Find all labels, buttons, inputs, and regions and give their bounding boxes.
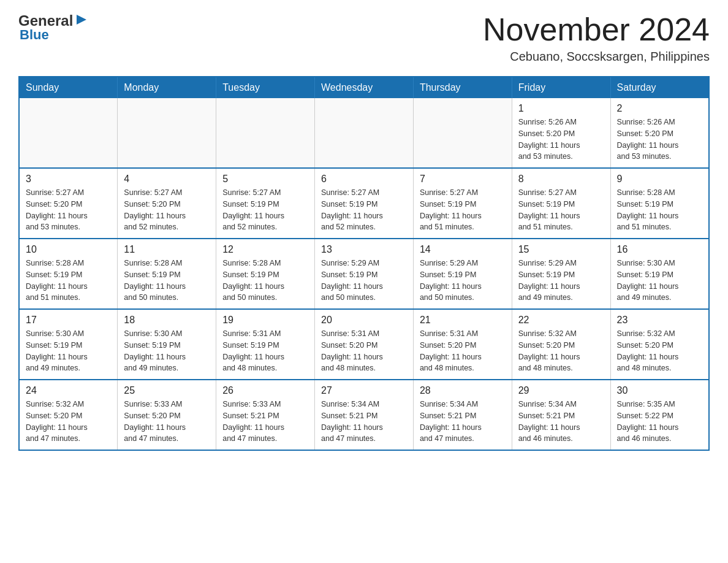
day-number: 28	[420, 385, 506, 396]
day-info: Sunrise: 5:34 AMSunset: 5:21 PMDaylight:…	[321, 399, 407, 445]
calendar-cell: 23Sunrise: 5:32 AMSunset: 5:20 PMDayligh…	[610, 309, 709, 380]
calendar-cell: 11Sunrise: 5:28 AMSunset: 5:19 PMDayligh…	[118, 239, 216, 309]
day-info: Sunrise: 5:26 AMSunset: 5:20 PMDaylight:…	[518, 117, 604, 163]
day-info: Sunrise: 5:32 AMSunset: 5:20 PMDaylight:…	[26, 399, 111, 445]
calendar-cell: 14Sunrise: 5:29 AMSunset: 5:19 PMDayligh…	[413, 239, 512, 309]
calendar-cell: 8Sunrise: 5:27 AMSunset: 5:19 PMDaylight…	[512, 168, 610, 239]
calendar-cell	[19, 98, 118, 168]
day-number: 2	[617, 103, 702, 114]
day-number: 26	[222, 385, 308, 396]
calendar-cell: 25Sunrise: 5:33 AMSunset: 5:20 PMDayligh…	[118, 380, 216, 450]
calendar-cell: 16Sunrise: 5:30 AMSunset: 5:19 PMDayligh…	[610, 239, 709, 309]
day-number: 8	[518, 174, 604, 185]
day-number: 6	[321, 174, 407, 185]
day-info: Sunrise: 5:30 AMSunset: 5:19 PMDaylight:…	[617, 258, 702, 304]
calendar-cell: 4Sunrise: 5:27 AMSunset: 5:20 PMDaylight…	[118, 168, 216, 239]
day-info: Sunrise: 5:31 AMSunset: 5:20 PMDaylight:…	[321, 328, 407, 374]
calendar-header-saturday: Saturday	[610, 77, 709, 98]
calendar-cell	[413, 98, 512, 168]
calendar-header-tuesday: Tuesday	[216, 77, 315, 98]
calendar-cell: 6Sunrise: 5:27 AMSunset: 5:19 PMDaylight…	[315, 168, 414, 239]
calendar-cell: 21Sunrise: 5:31 AMSunset: 5:20 PMDayligh…	[413, 309, 512, 380]
day-info: Sunrise: 5:27 AMSunset: 5:19 PMDaylight:…	[222, 187, 308, 233]
calendar-cell: 15Sunrise: 5:29 AMSunset: 5:19 PMDayligh…	[512, 239, 610, 309]
day-number: 10	[26, 244, 111, 255]
day-info: Sunrise: 5:27 AMSunset: 5:19 PMDaylight:…	[518, 187, 604, 233]
day-number: 19	[222, 315, 308, 326]
calendar-cell: 17Sunrise: 5:30 AMSunset: 5:19 PMDayligh…	[19, 309, 118, 380]
day-number: 3	[26, 174, 111, 185]
title-section: November 2024 Cebuano, Soccsksargen, Phi…	[483, 12, 710, 64]
day-number: 4	[124, 174, 210, 185]
calendar-week-row: 24Sunrise: 5:32 AMSunset: 5:20 PMDayligh…	[19, 380, 709, 450]
calendar-cell: 20Sunrise: 5:31 AMSunset: 5:20 PMDayligh…	[315, 309, 414, 380]
svg-marker-0	[77, 15, 86, 25]
calendar-header-row: SundayMondayTuesdayWednesdayThursdayFrid…	[19, 77, 709, 98]
day-number: 16	[617, 244, 702, 255]
month-title: November 2024	[483, 12, 710, 47]
logo: General Blue	[18, 12, 88, 43]
calendar-cell: 3Sunrise: 5:27 AMSunset: 5:20 PMDaylight…	[19, 168, 118, 239]
calendar-week-row: 10Sunrise: 5:28 AMSunset: 5:19 PMDayligh…	[19, 239, 709, 309]
day-info: Sunrise: 5:27 AMSunset: 5:19 PMDaylight:…	[321, 187, 407, 233]
calendar-header-sunday: Sunday	[19, 77, 118, 98]
day-info: Sunrise: 5:31 AMSunset: 5:20 PMDaylight:…	[420, 328, 506, 374]
day-info: Sunrise: 5:29 AMSunset: 5:19 PMDaylight:…	[518, 258, 604, 304]
day-info: Sunrise: 5:32 AMSunset: 5:20 PMDaylight:…	[617, 328, 702, 374]
day-number: 9	[617, 174, 702, 185]
calendar-cell: 7Sunrise: 5:27 AMSunset: 5:19 PMDaylight…	[413, 168, 512, 239]
day-number: 22	[518, 315, 604, 326]
calendar-cell: 27Sunrise: 5:34 AMSunset: 5:21 PMDayligh…	[315, 380, 414, 450]
calendar-cell: 9Sunrise: 5:28 AMSunset: 5:19 PMDaylight…	[610, 168, 709, 239]
day-info: Sunrise: 5:27 AMSunset: 5:20 PMDaylight:…	[26, 187, 111, 233]
calendar-table: SundayMondayTuesdayWednesdayThursdayFrid…	[18, 76, 710, 451]
day-number: 7	[420, 174, 506, 185]
day-info: Sunrise: 5:28 AMSunset: 5:19 PMDaylight:…	[124, 258, 210, 304]
calendar-cell	[315, 98, 414, 168]
day-number: 15	[518, 244, 604, 255]
day-info: Sunrise: 5:27 AMSunset: 5:20 PMDaylight:…	[124, 187, 210, 233]
day-info: Sunrise: 5:33 AMSunset: 5:20 PMDaylight:…	[124, 399, 210, 445]
calendar-cell: 29Sunrise: 5:34 AMSunset: 5:21 PMDayligh…	[512, 380, 610, 450]
day-number: 5	[222, 174, 308, 185]
day-info: Sunrise: 5:28 AMSunset: 5:19 PMDaylight:…	[222, 258, 308, 304]
calendar-cell: 1Sunrise: 5:26 AMSunset: 5:20 PMDaylight…	[512, 98, 610, 168]
calendar-cell: 19Sunrise: 5:31 AMSunset: 5:19 PMDayligh…	[216, 309, 315, 380]
calendar-cell: 2Sunrise: 5:26 AMSunset: 5:20 PMDaylight…	[610, 98, 709, 168]
calendar-week-row: 17Sunrise: 5:30 AMSunset: 5:19 PMDayligh…	[19, 309, 709, 380]
day-number: 1	[518, 103, 604, 114]
calendar-cell: 24Sunrise: 5:32 AMSunset: 5:20 PMDayligh…	[19, 380, 118, 450]
calendar-cell: 10Sunrise: 5:28 AMSunset: 5:19 PMDayligh…	[19, 239, 118, 309]
calendar-cell: 12Sunrise: 5:28 AMSunset: 5:19 PMDayligh…	[216, 239, 315, 309]
day-number: 24	[26, 385, 111, 396]
day-number: 20	[321, 315, 407, 326]
calendar-cell: 28Sunrise: 5:34 AMSunset: 5:21 PMDayligh…	[413, 380, 512, 450]
calendar-week-row: 3Sunrise: 5:27 AMSunset: 5:20 PMDaylight…	[19, 168, 709, 239]
day-number: 17	[26, 315, 111, 326]
calendar-week-row: 1Sunrise: 5:26 AMSunset: 5:20 PMDaylight…	[19, 98, 709, 168]
day-number: 25	[124, 385, 210, 396]
calendar-cell: 5Sunrise: 5:27 AMSunset: 5:19 PMDaylight…	[216, 168, 315, 239]
day-number: 11	[124, 244, 210, 255]
logo-blue-text: Blue	[20, 27, 88, 43]
day-info: Sunrise: 5:27 AMSunset: 5:19 PMDaylight:…	[420, 187, 506, 233]
day-number: 13	[321, 244, 407, 255]
calendar-cell: 30Sunrise: 5:35 AMSunset: 5:22 PMDayligh…	[610, 380, 709, 450]
day-number: 29	[518, 385, 604, 396]
calendar-header-friday: Friday	[512, 77, 610, 98]
day-info: Sunrise: 5:29 AMSunset: 5:19 PMDaylight:…	[321, 258, 407, 304]
calendar-cell: 26Sunrise: 5:33 AMSunset: 5:21 PMDayligh…	[216, 380, 315, 450]
day-info: Sunrise: 5:32 AMSunset: 5:20 PMDaylight:…	[518, 328, 604, 374]
day-info: Sunrise: 5:28 AMSunset: 5:19 PMDaylight:…	[617, 187, 702, 233]
page-header: General Blue November 2024 Cebuano, Socc…	[18, 12, 710, 64]
day-number: 23	[617, 315, 702, 326]
day-info: Sunrise: 5:29 AMSunset: 5:19 PMDaylight:…	[420, 258, 506, 304]
location-subtitle: Cebuano, Soccsksargen, Philippines	[483, 50, 710, 64]
calendar-cell: 18Sunrise: 5:30 AMSunset: 5:19 PMDayligh…	[118, 309, 216, 380]
day-info: Sunrise: 5:30 AMSunset: 5:19 PMDaylight:…	[124, 328, 210, 374]
day-info: Sunrise: 5:34 AMSunset: 5:21 PMDaylight:…	[420, 399, 506, 445]
day-number: 14	[420, 244, 506, 255]
day-info: Sunrise: 5:30 AMSunset: 5:19 PMDaylight:…	[26, 328, 111, 374]
day-number: 30	[617, 385, 702, 396]
day-number: 27	[321, 385, 407, 396]
